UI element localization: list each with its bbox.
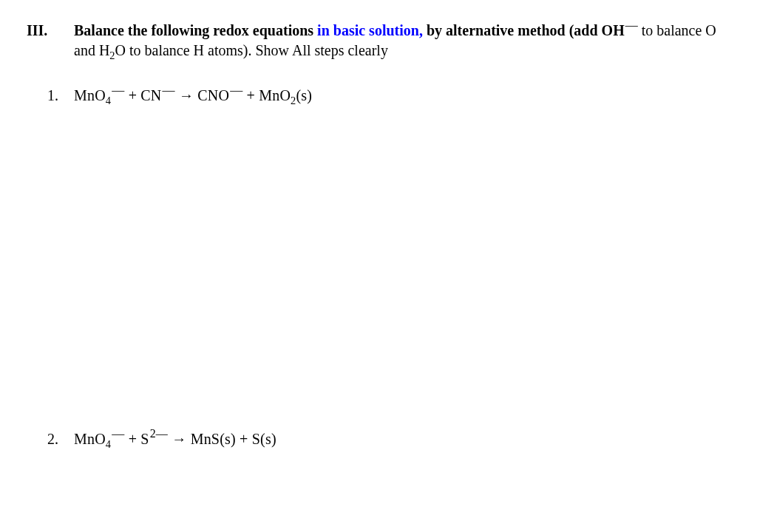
superscript-2minus: 2— [150,427,168,440]
species-mno4: MnO [74,431,106,447]
title-tail-3: O to balance H atoms). Show All steps cl… [115,42,388,58]
section-number: III. [27,21,74,41]
subscript-2: 2 [109,50,115,61]
superscript-minus: — [163,83,175,97]
title-lead: Balance the following redox equations [74,22,317,38]
superscript-minus: — [625,18,638,32]
question-number: 1. [47,86,74,106]
superscript-minus: — [230,83,242,97]
superscript-minus: — [112,426,124,440]
question-1: 1. MnO4— + CN— → CNO— + MnO2(s) [27,86,730,106]
question-2: 2. MnO4— + S2— → MnS(s) + S(s) [27,429,730,449]
superscript-minus: — [112,83,124,97]
title-emphasis: in basic solution, [317,22,423,38]
plus-s: + S [124,431,149,447]
subscript-4: 4 [106,438,111,450]
title-tail-1: by alternative method (add OH [423,22,625,38]
equation-2: MnO4— + S2— → MnS(s) + S(s) [74,429,276,449]
arrow-cno: → CNO [175,87,229,103]
work-space-1 [27,106,730,404]
species-mno4: MnO [74,87,106,103]
subscript-4: 4 [106,95,111,106]
plus-mno2: + MnO [242,87,291,103]
question-number: 2. [47,429,74,449]
section-header: III. Balance the following redox equatio… [27,21,730,61]
state-solid: (s) [296,87,312,103]
section-title: Balance the following redox equations in… [74,21,730,61]
plus-cn: + CN [124,87,161,103]
equation-1: MnO4— + CN— → CNO— + MnO2(s) [74,86,312,106]
arrow-products: → MnS(s) + S(s) [168,431,276,447]
